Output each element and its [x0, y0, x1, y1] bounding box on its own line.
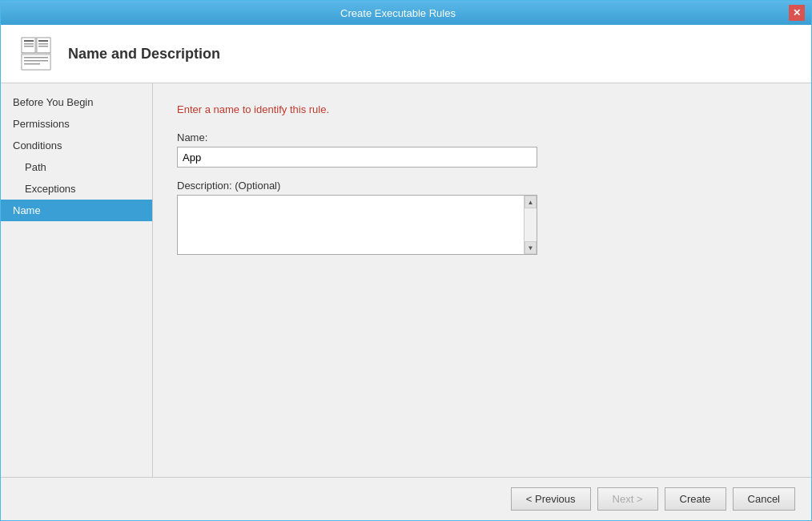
svg-rect-10: [38, 43, 48, 45]
sidebar-item-before-you-begin[interactable]: Before You Begin: [1, 91, 152, 113]
header-section: Name and Description: [1, 25, 811, 83]
form-area: Enter a name to identify this rule. Name…: [153, 83, 811, 477]
sidebar-item-name[interactable]: Name: [1, 200, 152, 221]
main-body: Before You Begin Permissions Conditions …: [1, 83, 811, 477]
svg-rect-2: [37, 38, 50, 53]
main-window: Create Executable Rules ✕: [0, 0, 812, 521]
description-form-group: Description: (Optional) ▲ ▼: [177, 180, 787, 255]
header-icon-container: [17, 34, 55, 73]
cancel-button[interactable]: Cancel: [733, 487, 795, 511]
window-title: Create Executable Rules: [7, 7, 789, 19]
svg-rect-14: [24, 63, 40, 65]
svg-rect-11: [38, 46, 48, 47]
svg-rect-8: [24, 46, 34, 47]
name-label: Name:: [177, 131, 787, 143]
sidebar-item-conditions[interactable]: Conditions: [1, 135, 152, 156]
content-area: Name and Description Before You Begin Pe…: [1, 25, 811, 520]
sidebar-item-permissions[interactable]: Permissions: [1, 113, 152, 135]
next-button[interactable]: Next >: [597, 487, 658, 511]
description-textarea[interactable]: [177, 195, 537, 255]
create-button[interactable]: Create: [665, 487, 726, 511]
description-scrollbar: ▲ ▼: [524, 196, 537, 254]
svg-rect-6: [24, 40, 34, 42]
name-input[interactable]: [177, 147, 537, 168]
previous-button[interactable]: < Previous: [511, 487, 591, 511]
title-bar: Create Executable Rules ✕: [1, 1, 811, 25]
svg-rect-9: [38, 40, 48, 42]
svg-rect-7: [24, 43, 34, 45]
description-label: Description: (Optional): [177, 180, 787, 192]
sidebar: Before You Begin Permissions Conditions …: [1, 83, 153, 477]
svg-rect-12: [24, 57, 48, 59]
name-form-group: Name:: [177, 131, 787, 168]
scroll-down-button[interactable]: ▼: [525, 241, 537, 254]
svg-rect-13: [24, 60, 48, 62]
document-icon: [18, 36, 54, 71]
svg-rect-3: [22, 55, 50, 70]
instruction-text: Enter a name to identify this rule.: [177, 103, 787, 115]
close-button[interactable]: ✕: [789, 5, 805, 21]
svg-rect-1: [22, 38, 35, 53]
sidebar-item-exceptions[interactable]: Exceptions: [1, 178, 152, 200]
scroll-up-button[interactable]: ▲: [525, 196, 537, 208]
sidebar-item-path[interactable]: Path: [1, 156, 152, 178]
header-title: Name and Description: [68, 46, 220, 63]
footer: < Previous Next > Create Cancel: [1, 477, 811, 520]
description-textarea-wrapper: ▲ ▼: [177, 195, 537, 255]
